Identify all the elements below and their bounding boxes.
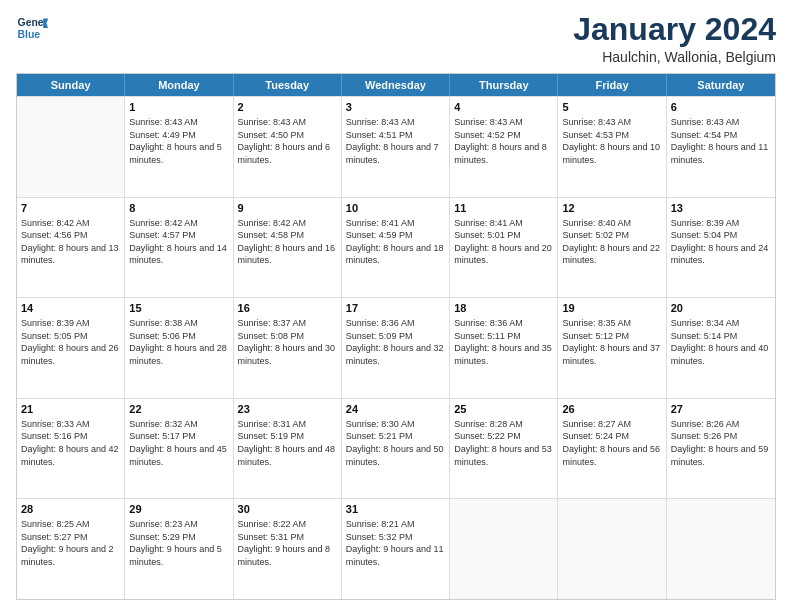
day-info: Sunrise: 8:42 AM Sunset: 4:57 PM Dayligh… [129,217,228,267]
day-number: 17 [346,301,445,316]
calendar-cell: 10Sunrise: 8:41 AM Sunset: 4:59 PM Dayli… [342,198,450,298]
day-number: 3 [346,100,445,115]
day-info: Sunrise: 8:31 AM Sunset: 5:19 PM Dayligh… [238,418,337,468]
day-number: 15 [129,301,228,316]
day-info: Sunrise: 8:34 AM Sunset: 5:14 PM Dayligh… [671,317,771,367]
day-info: Sunrise: 8:43 AM Sunset: 4:50 PM Dayligh… [238,116,337,166]
calendar-cell: 11Sunrise: 8:41 AM Sunset: 5:01 PM Dayli… [450,198,558,298]
title-block: January 2024 Haulchin, Wallonia, Belgium [573,12,776,65]
calendar-cell: 6Sunrise: 8:43 AM Sunset: 4:54 PM Daylig… [667,97,775,197]
day-info: Sunrise: 8:38 AM Sunset: 5:06 PM Dayligh… [129,317,228,367]
logo-icon: General Blue [16,12,48,44]
day-number: 28 [21,502,120,517]
day-info: Sunrise: 8:33 AM Sunset: 5:16 PM Dayligh… [21,418,120,468]
weekday-header: Saturday [667,74,775,96]
page: General Blue January 2024 Haulchin, Wall… [0,0,792,612]
day-info: Sunrise: 8:42 AM Sunset: 4:56 PM Dayligh… [21,217,120,267]
day-number: 20 [671,301,771,316]
calendar-cell: 20Sunrise: 8:34 AM Sunset: 5:14 PM Dayli… [667,298,775,398]
day-number: 24 [346,402,445,417]
calendar-row: 28Sunrise: 8:25 AM Sunset: 5:27 PM Dayli… [17,498,775,599]
main-title: January 2024 [573,12,776,47]
weekday-header: Thursday [450,74,558,96]
day-info: Sunrise: 8:32 AM Sunset: 5:17 PM Dayligh… [129,418,228,468]
day-number: 21 [21,402,120,417]
logo: General Blue [16,12,48,44]
day-info: Sunrise: 8:43 AM Sunset: 4:49 PM Dayligh… [129,116,228,166]
calendar-cell: 3Sunrise: 8:43 AM Sunset: 4:51 PM Daylig… [342,97,450,197]
day-number: 12 [562,201,661,216]
day-number: 2 [238,100,337,115]
calendar-cell: 31Sunrise: 8:21 AM Sunset: 5:32 PM Dayli… [342,499,450,599]
calendar-cell: 14Sunrise: 8:39 AM Sunset: 5:05 PM Dayli… [17,298,125,398]
calendar-cell: 1Sunrise: 8:43 AM Sunset: 4:49 PM Daylig… [125,97,233,197]
subtitle: Haulchin, Wallonia, Belgium [573,49,776,65]
day-info: Sunrise: 8:39 AM Sunset: 5:05 PM Dayligh… [21,317,120,367]
calendar-row: 14Sunrise: 8:39 AM Sunset: 5:05 PM Dayli… [17,297,775,398]
calendar-cell: 29Sunrise: 8:23 AM Sunset: 5:29 PM Dayli… [125,499,233,599]
calendar: SundayMondayTuesdayWednesdayThursdayFrid… [16,73,776,600]
day-info: Sunrise: 8:23 AM Sunset: 5:29 PM Dayligh… [129,518,228,568]
day-number: 19 [562,301,661,316]
day-info: Sunrise: 8:43 AM Sunset: 4:53 PM Dayligh… [562,116,661,166]
calendar-cell [450,499,558,599]
calendar-cell: 13Sunrise: 8:39 AM Sunset: 5:04 PM Dayli… [667,198,775,298]
calendar-cell: 7Sunrise: 8:42 AM Sunset: 4:56 PM Daylig… [17,198,125,298]
weekday-header: Tuesday [234,74,342,96]
day-info: Sunrise: 8:35 AM Sunset: 5:12 PM Dayligh… [562,317,661,367]
day-number: 31 [346,502,445,517]
day-info: Sunrise: 8:26 AM Sunset: 5:26 PM Dayligh… [671,418,771,468]
calendar-cell: 26Sunrise: 8:27 AM Sunset: 5:24 PM Dayli… [558,399,666,499]
calendar-cell: 17Sunrise: 8:36 AM Sunset: 5:09 PM Dayli… [342,298,450,398]
day-info: Sunrise: 8:40 AM Sunset: 5:02 PM Dayligh… [562,217,661,267]
day-number: 13 [671,201,771,216]
day-number: 18 [454,301,553,316]
header: General Blue January 2024 Haulchin, Wall… [16,12,776,65]
day-number: 11 [454,201,553,216]
calendar-header: SundayMondayTuesdayWednesdayThursdayFrid… [17,74,775,96]
day-info: Sunrise: 8:43 AM Sunset: 4:54 PM Dayligh… [671,116,771,166]
day-info: Sunrise: 8:22 AM Sunset: 5:31 PM Dayligh… [238,518,337,568]
day-info: Sunrise: 8:43 AM Sunset: 4:52 PM Dayligh… [454,116,553,166]
calendar-cell: 28Sunrise: 8:25 AM Sunset: 5:27 PM Dayli… [17,499,125,599]
calendar-body: 1Sunrise: 8:43 AM Sunset: 4:49 PM Daylig… [17,96,775,599]
calendar-cell [17,97,125,197]
day-info: Sunrise: 8:41 AM Sunset: 5:01 PM Dayligh… [454,217,553,267]
day-info: Sunrise: 8:30 AM Sunset: 5:21 PM Dayligh… [346,418,445,468]
day-number: 10 [346,201,445,216]
day-info: Sunrise: 8:21 AM Sunset: 5:32 PM Dayligh… [346,518,445,568]
calendar-cell: 22Sunrise: 8:32 AM Sunset: 5:17 PM Dayli… [125,399,233,499]
calendar-cell: 5Sunrise: 8:43 AM Sunset: 4:53 PM Daylig… [558,97,666,197]
day-number: 14 [21,301,120,316]
day-info: Sunrise: 8:27 AM Sunset: 5:24 PM Dayligh… [562,418,661,468]
calendar-cell: 30Sunrise: 8:22 AM Sunset: 5:31 PM Dayli… [234,499,342,599]
calendar-cell: 19Sunrise: 8:35 AM Sunset: 5:12 PM Dayli… [558,298,666,398]
weekday-header: Wednesday [342,74,450,96]
day-info: Sunrise: 8:41 AM Sunset: 4:59 PM Dayligh… [346,217,445,267]
day-number: 5 [562,100,661,115]
day-info: Sunrise: 8:42 AM Sunset: 4:58 PM Dayligh… [238,217,337,267]
calendar-cell: 18Sunrise: 8:36 AM Sunset: 5:11 PM Dayli… [450,298,558,398]
day-info: Sunrise: 8:28 AM Sunset: 5:22 PM Dayligh… [454,418,553,468]
day-number: 22 [129,402,228,417]
day-info: Sunrise: 8:37 AM Sunset: 5:08 PM Dayligh… [238,317,337,367]
calendar-cell: 12Sunrise: 8:40 AM Sunset: 5:02 PM Dayli… [558,198,666,298]
calendar-cell: 9Sunrise: 8:42 AM Sunset: 4:58 PM Daylig… [234,198,342,298]
day-number: 30 [238,502,337,517]
calendar-cell: 4Sunrise: 8:43 AM Sunset: 4:52 PM Daylig… [450,97,558,197]
day-number: 26 [562,402,661,417]
day-number: 16 [238,301,337,316]
calendar-cell [667,499,775,599]
day-number: 27 [671,402,771,417]
day-number: 7 [21,201,120,216]
calendar-cell: 21Sunrise: 8:33 AM Sunset: 5:16 PM Dayli… [17,399,125,499]
day-number: 9 [238,201,337,216]
calendar-cell: 8Sunrise: 8:42 AM Sunset: 4:57 PM Daylig… [125,198,233,298]
day-number: 25 [454,402,553,417]
day-info: Sunrise: 8:36 AM Sunset: 5:09 PM Dayligh… [346,317,445,367]
day-info: Sunrise: 8:43 AM Sunset: 4:51 PM Dayligh… [346,116,445,166]
day-info: Sunrise: 8:36 AM Sunset: 5:11 PM Dayligh… [454,317,553,367]
calendar-cell: 23Sunrise: 8:31 AM Sunset: 5:19 PM Dayli… [234,399,342,499]
day-info: Sunrise: 8:25 AM Sunset: 5:27 PM Dayligh… [21,518,120,568]
weekday-header: Friday [558,74,666,96]
